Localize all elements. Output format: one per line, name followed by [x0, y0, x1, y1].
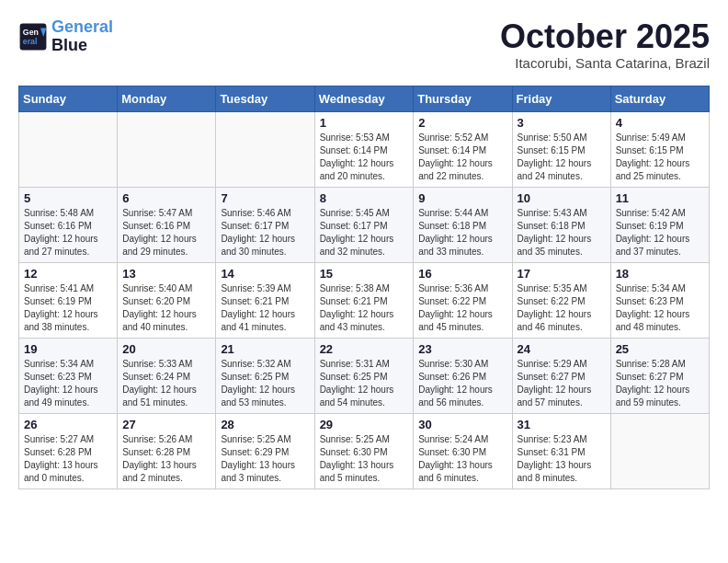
weekday-header-saturday: Saturday: [610, 86, 709, 111]
day-info: Sunrise: 5:45 AM Sunset: 6:17 PM Dayligh…: [320, 207, 409, 259]
day-info: Sunrise: 5:26 AM Sunset: 6:28 PM Dayligh…: [122, 433, 210, 485]
day-info: Sunrise: 5:29 AM Sunset: 6:27 PM Dayligh…: [518, 358, 606, 409]
day-number: 23: [418, 342, 506, 356]
day-number: 11: [616, 191, 704, 205]
day-info: Sunrise: 5:44 AM Sunset: 6:18 PM Dayligh…: [418, 207, 506, 259]
calendar-cell: 16Sunrise: 5:36 AM Sunset: 6:22 PM Dayli…: [414, 262, 512, 338]
day-number: 21: [221, 342, 309, 356]
calendar-cell: 9Sunrise: 5:44 AM Sunset: 6:18 PM Daylig…: [414, 187, 512, 262]
day-number: 31: [518, 418, 606, 431]
day-info: Sunrise: 5:53 AM Sunset: 6:14 PM Dayligh…: [320, 132, 409, 183]
day-info: Sunrise: 5:30 AM Sunset: 6:26 PM Dayligh…: [418, 358, 506, 409]
day-number: 29: [320, 418, 409, 431]
calendar-cell: 1Sunrise: 5:53 AM Sunset: 6:14 PM Daylig…: [314, 111, 414, 187]
page-header: Gen eral GeneralBlue October 2025 Itacor…: [18, 18, 710, 71]
day-info: Sunrise: 5:42 AM Sunset: 6:19 PM Dayligh…: [616, 207, 704, 259]
day-info: Sunrise: 5:43 AM Sunset: 6:18 PM Dayligh…: [518, 207, 606, 259]
calendar-week-2: 5Sunrise: 5:48 AM Sunset: 6:16 PM Daylig…: [19, 187, 710, 262]
day-info: Sunrise: 5:25 AM Sunset: 6:29 PM Dayligh…: [221, 433, 309, 485]
day-number: 26: [24, 418, 112, 431]
calendar-cell: 29Sunrise: 5:25 AM Sunset: 6:30 PM Dayli…: [314, 413, 414, 488]
month-title: October 2025: [500, 18, 710, 55]
calendar-cell: [118, 111, 216, 187]
calendar-cell: 7Sunrise: 5:46 AM Sunset: 6:17 PM Daylig…: [216, 187, 314, 262]
logo-text: GeneralBlue: [51, 18, 113, 55]
calendar-cell: 19Sunrise: 5:34 AM Sunset: 6:23 PM Dayli…: [19, 338, 118, 413]
day-info: Sunrise: 5:34 AM Sunset: 6:23 PM Dayligh…: [24, 358, 112, 409]
logo: Gen eral GeneralBlue: [18, 18, 113, 55]
svg-text:eral: eral: [23, 37, 38, 46]
day-number: 14: [221, 267, 309, 281]
day-number: 13: [122, 267, 210, 281]
calendar-cell: 18Sunrise: 5:34 AM Sunset: 6:23 PM Dayli…: [610, 262, 709, 338]
calendar-cell: 20Sunrise: 5:33 AM Sunset: 6:24 PM Dayli…: [118, 338, 216, 413]
day-number: 5: [24, 191, 112, 205]
calendar-cell: 30Sunrise: 5:24 AM Sunset: 6:30 PM Dayli…: [414, 413, 512, 488]
day-info: Sunrise: 5:35 AM Sunset: 6:22 PM Dayligh…: [518, 282, 606, 334]
calendar-cell: [610, 413, 709, 488]
day-info: Sunrise: 5:52 AM Sunset: 6:14 PM Dayligh…: [418, 132, 506, 183]
calendar-cell: 14Sunrise: 5:39 AM Sunset: 6:21 PM Dayli…: [216, 262, 314, 338]
calendar-cell: 4Sunrise: 5:49 AM Sunset: 6:15 PM Daylig…: [610, 111, 709, 187]
calendar-week-3: 12Sunrise: 5:41 AM Sunset: 6:19 PM Dayli…: [19, 262, 710, 338]
day-info: Sunrise: 5:50 AM Sunset: 6:15 PM Dayligh…: [518, 132, 606, 183]
day-info: Sunrise: 5:49 AM Sunset: 6:15 PM Dayligh…: [616, 132, 704, 183]
calendar-cell: 21Sunrise: 5:32 AM Sunset: 6:25 PM Dayli…: [216, 338, 314, 413]
day-number: 22: [320, 342, 409, 356]
calendar-cell: 6Sunrise: 5:47 AM Sunset: 6:16 PM Daylig…: [118, 187, 216, 262]
calendar-cell: 3Sunrise: 5:50 AM Sunset: 6:15 PM Daylig…: [512, 111, 610, 187]
calendar-cell: 31Sunrise: 5:23 AM Sunset: 6:31 PM Dayli…: [512, 413, 610, 488]
day-info: Sunrise: 5:36 AM Sunset: 6:22 PM Dayligh…: [418, 282, 506, 334]
calendar-cell: 26Sunrise: 5:27 AM Sunset: 6:28 PM Dayli…: [19, 413, 118, 488]
day-info: Sunrise: 5:33 AM Sunset: 6:24 PM Dayligh…: [122, 358, 210, 409]
day-number: 28: [221, 418, 309, 431]
calendar-cell: 25Sunrise: 5:28 AM Sunset: 6:27 PM Dayli…: [610, 338, 709, 413]
calendar-cell: 28Sunrise: 5:25 AM Sunset: 6:29 PM Dayli…: [216, 413, 314, 488]
day-info: Sunrise: 5:28 AM Sunset: 6:27 PM Dayligh…: [616, 358, 704, 409]
calendar-cell: 11Sunrise: 5:42 AM Sunset: 6:19 PM Dayli…: [610, 187, 709, 262]
weekday-header-thursday: Thursday: [414, 86, 512, 111]
day-info: Sunrise: 5:23 AM Sunset: 6:31 PM Dayligh…: [518, 433, 606, 485]
calendar-cell: 13Sunrise: 5:40 AM Sunset: 6:20 PM Dayli…: [118, 262, 216, 338]
calendar-week-1: 1Sunrise: 5:53 AM Sunset: 6:14 PM Daylig…: [19, 111, 710, 187]
weekday-header-sunday: Sunday: [19, 86, 118, 111]
day-info: Sunrise: 5:25 AM Sunset: 6:30 PM Dayligh…: [320, 433, 409, 485]
day-info: Sunrise: 5:27 AM Sunset: 6:28 PM Dayligh…: [24, 433, 112, 485]
day-info: Sunrise: 5:38 AM Sunset: 6:21 PM Dayligh…: [320, 282, 409, 334]
calendar-cell: 10Sunrise: 5:43 AM Sunset: 6:18 PM Dayli…: [512, 187, 610, 262]
day-info: Sunrise: 5:31 AM Sunset: 6:25 PM Dayligh…: [320, 358, 409, 409]
calendar-week-5: 26Sunrise: 5:27 AM Sunset: 6:28 PM Dayli…: [19, 413, 710, 488]
calendar-cell: 15Sunrise: 5:38 AM Sunset: 6:21 PM Dayli…: [314, 262, 414, 338]
day-number: 16: [418, 267, 506, 281]
day-number: 12: [24, 267, 112, 281]
day-number: 30: [418, 418, 506, 431]
calendar-week-4: 19Sunrise: 5:34 AM Sunset: 6:23 PM Dayli…: [19, 338, 710, 413]
day-info: Sunrise: 5:41 AM Sunset: 6:19 PM Dayligh…: [24, 282, 112, 334]
calendar-cell: 8Sunrise: 5:45 AM Sunset: 6:17 PM Daylig…: [314, 187, 414, 262]
calendar-cell: 22Sunrise: 5:31 AM Sunset: 6:25 PM Dayli…: [314, 338, 414, 413]
calendar-cell: 24Sunrise: 5:29 AM Sunset: 6:27 PM Dayli…: [512, 338, 610, 413]
day-info: Sunrise: 5:32 AM Sunset: 6:25 PM Dayligh…: [221, 358, 309, 409]
calendar-cell: [216, 111, 314, 187]
day-number: 18: [616, 267, 704, 281]
day-number: 2: [418, 116, 506, 130]
day-number: 3: [518, 116, 606, 130]
day-number: 1: [320, 116, 409, 130]
weekday-header-tuesday: Tuesday: [216, 86, 314, 111]
weekday-header-monday: Monday: [118, 86, 216, 111]
calendar-cell: 23Sunrise: 5:30 AM Sunset: 6:26 PM Dayli…: [414, 338, 512, 413]
location-subtitle: Itacorubi, Santa Catarina, Brazil: [500, 55, 710, 71]
day-number: 19: [24, 342, 112, 356]
calendar-cell: 2Sunrise: 5:52 AM Sunset: 6:14 PM Daylig…: [414, 111, 512, 187]
calendar-cell: 27Sunrise: 5:26 AM Sunset: 6:28 PM Dayli…: [118, 413, 216, 488]
day-info: Sunrise: 5:39 AM Sunset: 6:21 PM Dayligh…: [221, 282, 309, 334]
logo-icon: Gen eral: [18, 22, 48, 52]
title-block: October 2025 Itacorubi, Santa Catarina, …: [500, 18, 710, 71]
day-number: 10: [518, 191, 606, 205]
day-number: 27: [122, 418, 210, 431]
weekday-header-wednesday: Wednesday: [314, 86, 414, 111]
day-number: 9: [418, 191, 506, 205]
weekday-header-row: SundayMondayTuesdayWednesdayThursdayFrid…: [19, 86, 710, 111]
svg-text:Gen: Gen: [23, 28, 39, 37]
day-info: Sunrise: 5:47 AM Sunset: 6:16 PM Dayligh…: [122, 207, 210, 259]
